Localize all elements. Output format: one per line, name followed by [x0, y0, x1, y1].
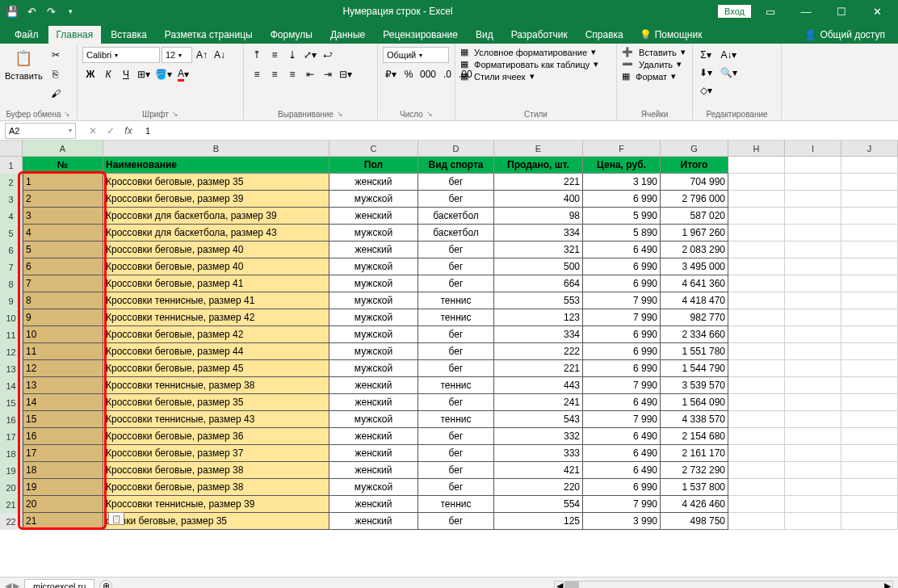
cell[interactable]: теннис — [418, 309, 494, 326]
cell[interactable]: бег — [418, 326, 494, 343]
cell[interactable]: 2 161 170 — [661, 445, 728, 462]
cell[interactable] — [841, 479, 898, 496]
cell[interactable] — [785, 208, 841, 225]
cell[interactable]: мужской — [329, 225, 418, 242]
col-header-H[interactable]: H — [728, 141, 785, 156]
cell[interactable]: 6 490 — [583, 242, 661, 258]
clear-icon[interactable]: ◇▾ — [698, 82, 714, 99]
col-header-D[interactable]: D — [418, 141, 494, 156]
new-sheet-button[interactable]: ⊕ — [99, 580, 112, 589]
cell[interactable]: 6 990 — [583, 258, 661, 275]
cell[interactable]: 19 — [23, 479, 103, 496]
cell[interactable]: 554 — [494, 496, 583, 513]
cell[interactable] — [728, 242, 785, 258]
row-header[interactable]: 16 — [0, 411, 23, 428]
cell[interactable]: 12 — [23, 360, 103, 377]
cell[interactable]: 2 154 680 — [661, 428, 728, 445]
row-header[interactable]: 6 — [0, 242, 23, 258]
cell[interactable] — [841, 174, 898, 191]
select-all-corner[interactable] — [0, 141, 23, 156]
sheet-nav-next-icon[interactable]: ▶ — [13, 581, 19, 588]
cell[interactable]: 500 — [494, 258, 583, 275]
number-format-combo[interactable]: Общий▾ — [383, 47, 449, 63]
header-cell[interactable]: № — [23, 157, 103, 174]
cell[interactable] — [785, 360, 841, 377]
cell[interactable] — [728, 428, 785, 445]
cell[interactable]: 6 — [23, 258, 103, 275]
cell[interactable]: мужской — [329, 258, 418, 275]
cell[interactable] — [841, 208, 898, 225]
italic-button[interactable]: К — [100, 66, 116, 82]
cell[interactable]: 7 990 — [583, 411, 661, 428]
cell[interactable]: 5 990 — [583, 208, 661, 225]
cell[interactable]: бег — [418, 242, 494, 258]
sort-filter-icon[interactable]: A↓▾ — [719, 47, 738, 63]
align-left-icon[interactable]: ≡ — [249, 66, 265, 82]
cell[interactable]: бег — [418, 445, 494, 462]
alignment-launcher-icon[interactable]: ↘ — [337, 110, 343, 119]
cell[interactable]: бег — [418, 360, 494, 377]
cell[interactable]: 17 — [23, 445, 103, 462]
cell[interactable]: 6 990 — [583, 191, 661, 208]
fill-icon[interactable]: ⬇▾ — [698, 65, 714, 81]
cell[interactable] — [728, 309, 785, 326]
cell[interactable]: бег — [418, 428, 494, 445]
cell[interactable]: Кроссовки беговые, размер 36 — [103, 428, 329, 445]
cell[interactable]: мужской — [329, 343, 418, 360]
cell[interactable]: бег — [418, 275, 494, 292]
cell[interactable] — [841, 394, 898, 411]
cut-icon[interactable]: ✂ — [48, 47, 64, 63]
borders-icon[interactable]: ⊞▾ — [136, 66, 152, 82]
cell[interactable]: 13 — [23, 377, 103, 394]
cell[interactable]: 4 641 360 — [661, 275, 728, 292]
cell[interactable]: Кроссовки беговые, размер 41 — [103, 275, 329, 292]
cancel-formula-icon[interactable]: ✕ — [86, 125, 100, 136]
format-painter-icon[interactable]: 🖌 — [48, 86, 64, 102]
cell[interactable] — [785, 479, 841, 496]
cell[interactable]: 21 — [23, 513, 103, 530]
signin-button[interactable]: Вход — [718, 5, 751, 18]
cell[interactable]: 664 — [494, 275, 583, 292]
tell-me[interactable]: 💡Помощник — [633, 26, 709, 44]
col-header-I[interactable]: I — [785, 141, 841, 156]
cell-styles-button[interactable]: ▦ Стили ячеек ▾ — [460, 71, 535, 82]
cell[interactable]: 6 490 — [583, 394, 661, 411]
row-header[interactable]: 10 — [0, 309, 23, 326]
align-top-icon[interactable]: ⤒ — [249, 47, 265, 63]
cell[interactable]: 9 — [23, 309, 103, 326]
cell[interactable]: 241 — [494, 394, 583, 411]
cell[interactable]: 2 334 660 — [661, 326, 728, 343]
cell[interactable]: женский — [329, 394, 418, 411]
row-header[interactable]: 15 — [0, 394, 23, 411]
tab-data[interactable]: Данные — [322, 26, 373, 44]
cell[interactable]: 125 — [494, 513, 583, 530]
cell[interactable]: Кроссовки теннисные, размер 39 — [103, 496, 329, 513]
cell[interactable] — [785, 343, 841, 360]
col-header-G[interactable]: G — [661, 141, 728, 156]
cell[interactable]: 1 544 790 — [661, 360, 728, 377]
cell[interactable] — [785, 258, 841, 275]
wrap-text-icon[interactable]: ⮐ — [320, 47, 336, 63]
save-icon[interactable]: 💾 — [5, 4, 19, 19]
delete-cells-button[interactable]: ➖ Удалить ▾ — [622, 59, 682, 69]
cell[interactable]: теннис — [418, 411, 494, 428]
cell[interactable]: теннис — [418, 292, 494, 309]
cell[interactable]: Кроссовки беговые, размер 37 — [103, 445, 329, 462]
header-cell[interactable]: Вид спорта — [418, 157, 494, 174]
cell[interactable]: Кроссовки беговые, размер 38 — [103, 479, 329, 496]
cell[interactable]: 400 — [494, 191, 583, 208]
cell[interactable]: 8 — [23, 292, 103, 309]
increase-font-icon[interactable]: A↑ — [194, 47, 210, 63]
cell[interactable]: бег — [418, 343, 494, 360]
align-center-icon[interactable]: ≡ — [266, 66, 283, 82]
row-header[interactable]: 7 — [0, 258, 23, 275]
cell[interactable]: 4 426 460 — [661, 496, 728, 513]
cell[interactable] — [785, 462, 841, 479]
close-icon[interactable]: ✕ — [861, 0, 893, 23]
cell[interactable]: Кроссовки для баскетбола, размер 39 — [103, 208, 329, 225]
cell[interactable]: бег — [418, 191, 494, 208]
name-box[interactable]: A2▾ — [5, 123, 76, 139]
cell[interactable]: женский — [329, 377, 418, 394]
cell[interactable]: бег — [418, 174, 494, 191]
cell[interactable]: 704 990 — [661, 174, 728, 191]
